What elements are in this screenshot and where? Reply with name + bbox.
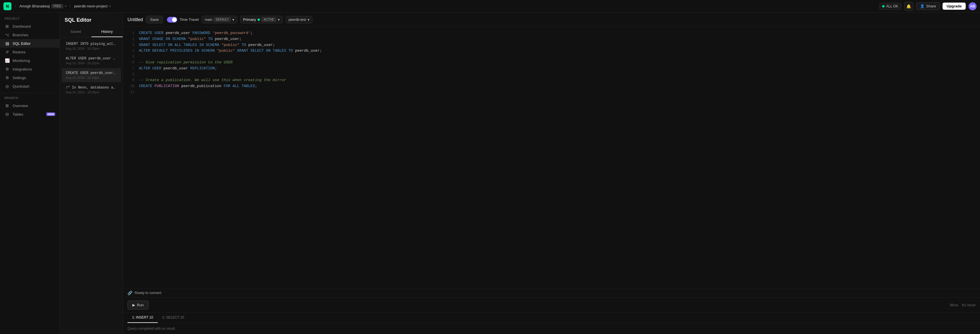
history-item-time: Aug 10, 2024 - 10:10pm: [66, 76, 117, 79]
result-area: Query completed with no result.: [123, 323, 980, 334]
history-item-title: INSERT INTO playing_wit...: [66, 42, 117, 46]
result-tab-insert[interactable]: 1: INSERT 10: [127, 313, 158, 323]
sidebar-item-monitoring[interactable]: 📈 Monitoring: [0, 56, 60, 65]
time-travel-switch[interactable]: [167, 17, 177, 22]
sidebar-branch-section: BRANCH: [0, 95, 60, 101]
run-label: Run: [137, 303, 144, 307]
result-tab-select[interactable]: 2: SELECT 20: [158, 313, 189, 323]
code-line: 5: [123, 54, 980, 60]
main-layout: PROJECT ⊞ Dashboard ⌥ Branches ▤ SQL Edi…: [0, 13, 980, 334]
query-result-text: Query completed with no result.: [127, 326, 176, 331]
user-menu[interactable]: Amogh Bharadwaj FREE ▾: [19, 4, 66, 8]
code-line: 9-- Create a publication. We will use th…: [123, 78, 980, 83]
status-bar: 🔗 Ready to connect: [123, 288, 980, 298]
line-content: ALTER DEFAULT PRIVILEGES IN SCHEMA "publ…: [139, 48, 975, 54]
sidebar-item-label: Restore: [13, 50, 26, 54]
code-line: 7ALTER USER peerdb_user REPLICATION;: [123, 66, 980, 72]
branch-chevron-icon: ▾: [232, 18, 234, 22]
panel-title: SQL Editor: [60, 13, 123, 27]
sidebar-item-label: Settings: [13, 76, 26, 80]
run-button[interactable]: ▶ Run: [127, 301, 149, 309]
token: ;: [250, 31, 253, 35]
history-item[interactable]: /* In Neon, databases a... Aug 10, 2024 …: [62, 83, 121, 97]
sidebar-item-settings[interactable]: ⚙ Settings: [0, 73, 60, 82]
history-item[interactable]: CREATE USER peerdb_user... Aug 10, 2024 …: [62, 68, 121, 82]
sidebar-item-label: Monitoring: [13, 59, 30, 63]
token: peerdb_user: [164, 66, 190, 71]
line-number: 11: [123, 89, 134, 95]
line-content: ALTER USER peerdb_user REPLICATION;: [139, 66, 975, 72]
user-name: Amogh Bharadwaj: [19, 4, 50, 8]
history-item-title: CREATE USER peerdb_user...: [66, 71, 117, 75]
sidebar-item-sql-editor[interactable]: ▤ SQL Editor: [0, 39, 60, 47]
branch-selector[interactable]: main DEFAULT ▾: [202, 16, 237, 24]
share-button[interactable]: 👤 Share: [916, 2, 940, 10]
history-item[interactable]: ALTER USER peerdb_user ... Aug 10, 2024 …: [62, 54, 121, 68]
settings-icon: ⚙: [5, 75, 10, 80]
time-travel-label: Time Travel: [180, 17, 199, 22]
tables-new-badge: NEW: [46, 112, 55, 116]
token: REPLICATION;: [190, 66, 217, 71]
sidebar-item-label: SQL Editor: [13, 41, 30, 46]
sidebar-item-restore[interactable]: ↺ Restore: [0, 47, 60, 56]
overview-icon: ⊞: [5, 103, 10, 108]
editor-header: Untitled Save Time Travel main DEFAULT ▾…: [123, 13, 980, 27]
token: peerdb_user;: [248, 43, 275, 47]
sql-editor-main: Untitled Save Time Travel main DEFAULT ▾…: [123, 13, 980, 334]
sidebar-item-label: Branches: [13, 33, 28, 37]
token: peerdb_user;: [295, 49, 322, 53]
history-item-title: ALTER USER peerdb_user ...: [66, 57, 117, 60]
avatar-initials: AB: [970, 4, 975, 8]
time-travel-toggle: Time Travel: [167, 17, 199, 22]
app-logo[interactable]: N: [3, 2, 11, 10]
tab-history[interactable]: History: [91, 27, 123, 37]
token: ALTER: [139, 66, 153, 71]
line-content: GRANT USAGE ON SCHEMA "public" TO peerdb…: [139, 36, 975, 42]
sidebar-item-label: Dashboard: [13, 24, 31, 28]
sidebar-item-integrations[interactable]: ⚙ Integrations: [0, 65, 60, 73]
token: GRANT: [139, 43, 153, 47]
sidebar-item-label: Integrations: [13, 67, 32, 71]
token: SELECT ON ALL TABLES IN SCHEMA: [153, 43, 221, 47]
code-line: 4ALTER DEFAULT PRIVILEGES IN SCHEMA "pub…: [123, 48, 980, 54]
tables-icon: ⊟: [5, 112, 10, 117]
token: "public": [221, 43, 242, 47]
sidebar-item-dashboard[interactable]: ⊞ Dashboard: [0, 22, 60, 30]
peer-chevron-icon: ▾: [308, 18, 309, 22]
notifications-button[interactable]: 🔔: [904, 2, 913, 11]
code-line: 2GRANT USAGE ON SCHEMA "public" TO peerd…: [123, 36, 980, 42]
token: -- Give replication permission to the US…: [139, 60, 233, 65]
project-name: peerdb-neon-project: [74, 4, 108, 8]
token: ALTER: [139, 49, 153, 53]
primary-selector[interactable]: Primary ACTIVE ▾: [240, 16, 283, 24]
project-selector[interactable]: peerdb-neon-project ▾: [74, 4, 111, 8]
history-item-title: /* In Neon, databases a...: [66, 85, 117, 90]
history-item[interactable]: INSERT INTO playing_wit... Aug 10, 2024 …: [62, 39, 121, 53]
primary-chevron-icon: ▾: [278, 18, 280, 22]
peer-selector[interactable]: peerdb-test ▾: [286, 16, 313, 24]
sidebar-project-section: PROJECT: [0, 16, 60, 22]
status-indicator: ALL OK: [879, 3, 901, 10]
token: FOR ALL TABLES;: [224, 84, 257, 88]
upgrade-button[interactable]: Upgrade: [943, 3, 966, 10]
line-content: CREATE USER peerdb_user PASSWORD 'peerdb…: [139, 30, 975, 36]
line-number: 1: [123, 30, 134, 36]
sidebar-item-branches[interactable]: ⌥ Branches: [0, 30, 60, 39]
code-editor[interactable]: 1CREATE USER peerdb_user PASSWORD 'peerd…: [123, 27, 980, 288]
save-button[interactable]: Save: [146, 16, 163, 24]
sidebar-item-tables[interactable]: ⊟ Tables NEW: [0, 110, 60, 119]
avatar[interactable]: AB: [969, 2, 977, 10]
user-chevron-icon: ▾: [65, 5, 66, 8]
sidebar-item-overview[interactable]: ⊞ Overview: [0, 101, 60, 110]
code-line: 3GRANT SELECT ON ALL TABLES IN SCHEMA "p…: [123, 42, 980, 48]
status-label: ALL OK: [886, 4, 898, 8]
line-number: 4: [123, 48, 134, 54]
sidebar-item-label: Overview: [13, 104, 28, 108]
status-dot-icon: [882, 5, 885, 8]
integrations-icon: ⚙: [5, 67, 10, 71]
token: TO: [208, 37, 215, 41]
sidebar-item-quickstart[interactable]: ◎ Quickstart: [0, 82, 60, 90]
nav-sep-1: /: [15, 4, 16, 8]
line-number: 7: [123, 66, 134, 71]
tab-saved[interactable]: Saved: [60, 27, 91, 37]
